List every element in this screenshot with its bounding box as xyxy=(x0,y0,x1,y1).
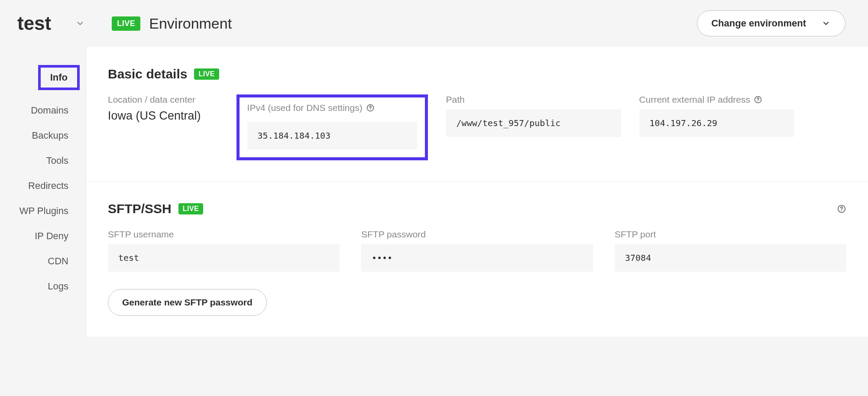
sidebar-item-label: Logs xyxy=(48,281,68,292)
sftp-title: SFTP/SSH xyxy=(108,201,172,216)
sidebar-item-label: Domains xyxy=(31,105,68,116)
sidebar-item-logs[interactable]: Logs xyxy=(0,274,86,299)
external-ip-value[interactable]: 104.197.26.29 xyxy=(639,109,794,137)
sftp-username-value[interactable]: test xyxy=(108,244,340,272)
sftp-card: SFTP/SSH LIVE SFTP username test SFTP pa… xyxy=(86,182,868,337)
basic-details-title: Basic details xyxy=(108,67,187,81)
layout: Info Domains Backups Tools Redirects WP … xyxy=(0,47,868,337)
sidebar-item-redirects[interactable]: Redirects xyxy=(0,173,86,198)
sidebar-item-info[interactable]: Info xyxy=(38,65,80,90)
sftp-grid: SFTP username test SFTP password •••• SF… xyxy=(108,229,846,272)
basic-details-header: Basic details LIVE xyxy=(108,67,846,81)
svg-point-1 xyxy=(370,109,371,110)
sidebar-item-label: IP Deny xyxy=(35,230,68,241)
path-label: Path xyxy=(446,94,621,105)
live-badge: LIVE xyxy=(178,203,204,214)
sftp-password-label: SFTP password xyxy=(361,229,593,240)
sidebar-item-label: CDN xyxy=(48,256,68,266)
external-ip-label-text: Current external IP address xyxy=(639,94,750,105)
sidebar-item-label: Tools xyxy=(46,155,68,166)
top-bar: test LIVE Environment Change environment xyxy=(0,0,868,47)
external-ip-column: Current external IP address 104.197.26.2… xyxy=(639,94,794,160)
sidebar-item-cdn[interactable]: CDN xyxy=(0,249,86,274)
ipv4-help[interactable] xyxy=(366,104,375,112)
sftp-port-column: SFTP port 37084 xyxy=(615,229,846,272)
location-label: Location / data center xyxy=(108,94,201,105)
sftp-header: SFTP/SSH LIVE xyxy=(108,201,846,216)
svg-point-5 xyxy=(841,211,842,211)
sidebar-item-label: Backups xyxy=(32,130,68,141)
live-badge: LIVE xyxy=(194,68,219,80)
external-ip-label: Current external IP address xyxy=(639,94,794,105)
path-value[interactable]: /www/test_957/public xyxy=(446,109,621,137)
sidebar-item-wp-plugins[interactable]: WP Plugins xyxy=(0,198,86,224)
location-column: Location / data center Iowa (US Central) xyxy=(108,94,218,160)
basic-details-card: Basic details LIVE Location / data cente… xyxy=(86,47,868,182)
ipv4-highlighted-box: IPv4 (used for DNS settings) 35.184.184.… xyxy=(236,94,428,160)
generate-sftp-password-label: Generate new SFTP password xyxy=(122,297,253,307)
basic-details-grid: Location / data center Iowa (US Central)… xyxy=(108,94,846,160)
sidebar-item-ip-deny[interactable]: IP Deny xyxy=(0,224,86,249)
sidebar-item-tools[interactable]: Tools xyxy=(0,148,86,173)
sidebar-item-label: Redirects xyxy=(28,180,68,191)
ipv4-value[interactable]: 35.184.184.103 xyxy=(247,122,417,149)
sidebar: Info Domains Backups Tools Redirects WP … xyxy=(0,47,86,337)
sftp-help[interactable] xyxy=(837,204,846,214)
svg-point-3 xyxy=(758,101,758,102)
top-bar-left: test LIVE Environment xyxy=(17,13,232,34)
sidebar-item-label: WP Plugins xyxy=(19,205,68,216)
environment-title: Environment xyxy=(149,15,232,32)
sidebar-item-domains[interactable]: Domains xyxy=(0,98,86,123)
location-value: Iowa (US Central) xyxy=(108,109,201,123)
site-dropdown[interactable] xyxy=(75,19,85,28)
change-environment-button[interactable]: Change environment xyxy=(697,10,845,36)
site-name: test xyxy=(17,13,51,34)
sftp-port-value[interactable]: 37084 xyxy=(615,244,846,272)
help-icon xyxy=(754,95,762,104)
chevron-down-icon xyxy=(75,19,85,28)
generate-sftp-password-button[interactable]: Generate new SFTP password xyxy=(108,289,267,316)
chevron-down-icon xyxy=(822,19,830,28)
help-icon xyxy=(837,204,846,214)
sftp-username-label: SFTP username xyxy=(108,229,340,240)
ipv4-label: IPv4 (used for DNS settings) xyxy=(247,103,417,113)
path-column: Path /www/test_957/public xyxy=(446,94,621,160)
sftp-password-value[interactable]: •••• xyxy=(361,244,593,272)
sidebar-item-backups[interactable]: Backups xyxy=(0,123,86,148)
help-icon xyxy=(366,104,375,112)
ipv4-label-text: IPv4 (used for DNS settings) xyxy=(247,103,363,113)
sidebar-item-label: Info xyxy=(50,72,68,83)
external-ip-help[interactable] xyxy=(754,95,762,104)
sftp-port-label: SFTP port xyxy=(615,229,846,240)
live-badge: LIVE xyxy=(112,16,140,31)
main: Basic details LIVE Location / data cente… xyxy=(86,47,868,337)
sftp-username-column: SFTP username test xyxy=(108,229,340,272)
sftp-password-column: SFTP password •••• xyxy=(361,229,593,272)
change-environment-label: Change environment xyxy=(711,18,806,29)
